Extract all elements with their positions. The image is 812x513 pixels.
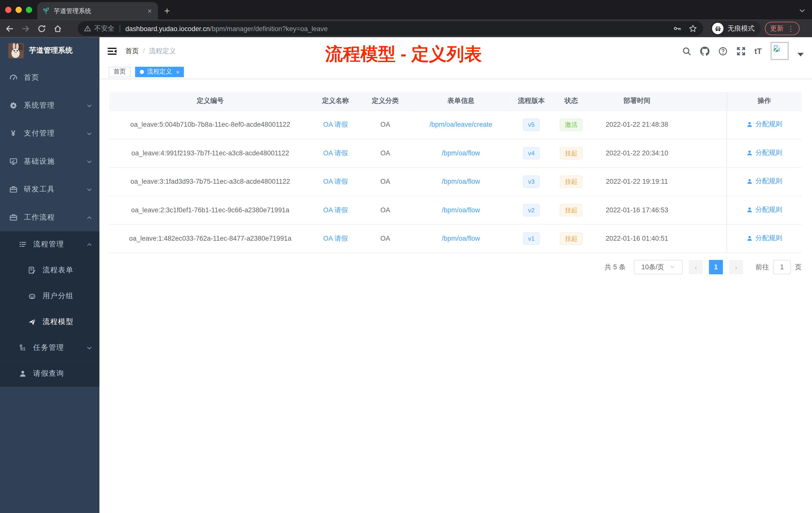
browser-tab[interactable]: 芋道管理系统 ×: [37, 2, 158, 20]
deploy-time: 2022-01-16 17:46:53: [591, 196, 683, 224]
password-key-icon[interactable]: [673, 24, 682, 33]
sidebar-item-5[interactable]: 工作流程: [0, 204, 99, 232]
sidebar-item-8[interactable]: 用户分组: [0, 283, 99, 309]
new-tab-button[interactable]: +: [164, 5, 170, 20]
sidebar-item-10[interactable]: 任务管理: [0, 335, 99, 361]
person-icon: [746, 121, 753, 128]
sidebar-item-label: 流程管理: [33, 240, 84, 249]
goto-label: 前往: [755, 262, 769, 272]
tag-1[interactable]: 流程定义×: [135, 66, 184, 77]
help-icon[interactable]: [718, 47, 727, 56]
definition-name-link[interactable]: OA 请假: [323, 120, 348, 128]
table-row-0: oa_leave:5:004b710b-7b8a-11ec-8ef0-acde4…: [109, 110, 802, 139]
back-button[interactable]: [5, 24, 14, 33]
assign-rule-link[interactable]: 分配规则: [746, 177, 782, 186]
person-icon: [746, 178, 753, 185]
tab-close-icon[interactable]: ×: [145, 7, 154, 15]
sidebar-item-11[interactable]: 请假查询: [0, 361, 99, 387]
page-size-select[interactable]: 10条/页: [634, 260, 683, 274]
table-row-3: oa_leave:2:3c1f0ef1-76b1-11ec-9c66-a2380…: [109, 196, 802, 224]
table-row-4: oa_leave:1:482ec033-762a-11ec-8477-a2380…: [109, 224, 802, 252]
sidebar-item-2[interactable]: ¥支付管理: [0, 119, 99, 147]
form-info-link[interactable]: /bpm/oa/flow: [442, 177, 480, 185]
table-row-2: oa_leave:3:1fad3d93-7b75-11ec-a3c8-acde4…: [109, 167, 802, 195]
filler-cell: [683, 196, 726, 224]
form-info-link[interactable]: /bpm/oa/flow: [442, 206, 480, 214]
next-page-button[interactable]: ›: [729, 260, 743, 274]
deploy-time: 2022-01-22 19:19:11: [591, 167, 683, 195]
deploy-time: 2022-01-22 20:34:10: [591, 139, 683, 167]
pagination-total: 共 5 条: [605, 262, 626, 272]
sidebar-item-label: 用户分组: [42, 292, 92, 301]
fontsize-icon[interactable]: tT: [754, 47, 762, 56]
home-button[interactable]: [53, 24, 62, 33]
sidebar-toggle-hamburger-icon[interactable]: [108, 47, 117, 55]
person-icon: [746, 235, 753, 242]
tab-search-chevron-icon[interactable]: [799, 7, 806, 20]
form-info-link[interactable]: /bpm/oa/leave/create: [429, 121, 492, 128]
update-label[interactable]: 更新: [770, 24, 784, 33]
status-badge: 激活: [560, 118, 583, 131]
version-badge: v3: [523, 175, 540, 188]
browser-toolbar: 不安全 dashboard.yudao.iocoder.cn/bpm/manag…: [0, 20, 812, 37]
sidebar-item-3[interactable]: 基础设施: [0, 148, 99, 175]
forward-button[interactable]: [21, 24, 30, 33]
browser-menu-kebab-icon[interactable]: ⋮: [787, 24, 794, 33]
definition-name-link[interactable]: OA 请假: [323, 177, 348, 185]
fullscreen-icon[interactable]: [736, 47, 746, 56]
assign-rule-link[interactable]: 分配规则: [746, 205, 782, 214]
tag-0[interactable]: 首页: [109, 66, 130, 77]
form-info-link[interactable]: /bpm/oa/flow: [442, 149, 480, 157]
sidebar-item-4[interactable]: 研发工具: [0, 175, 99, 203]
tag-close-icon[interactable]: ×: [176, 68, 179, 75]
zoom-window-button[interactable]: [26, 7, 32, 13]
definition-category: OA: [360, 167, 410, 195]
sidebar-item-label: 支付管理: [24, 129, 84, 138]
filler-cell: [683, 224, 726, 252]
definition-table: 定义编号定义名称定义分类表单信息流程版本状态部署时间操作 oa_leave:5:…: [109, 92, 802, 253]
tag-label: 首页: [114, 67, 126, 76]
goto-page-input[interactable]: [773, 260, 791, 274]
sidebar-item-6[interactable]: 流程管理: [0, 232, 99, 257]
page-title-annotation: 流程模型 - 定义列表: [325, 42, 482, 66]
tags-view-bar: 首页流程定义×: [99, 65, 812, 79]
version-badge: v5: [523, 118, 540, 131]
definition-name-link[interactable]: OA 请假: [323, 234, 348, 242]
column-header-2: 定义分类: [360, 92, 410, 110]
select-caret-icon: [669, 264, 675, 270]
reload-button[interactable]: [37, 24, 46, 33]
definition-category: OA: [360, 224, 410, 252]
definition-name-link[interactable]: OA 请假: [323, 149, 348, 157]
sidebar-item-9[interactable]: 流程模型: [0, 309, 99, 335]
search-icon[interactable]: [682, 47, 691, 56]
update-button[interactable]: 更新 ⋮: [765, 22, 800, 35]
assign-rule-link[interactable]: 分配规则: [746, 234, 782, 243]
screen: 芋道管理系统 × + 不安全: [0, 0, 812, 513]
filler-cell: [683, 110, 726, 139]
user-menu-caret-icon[interactable]: [798, 53, 804, 56]
list-icon: [19, 240, 27, 248]
form-info-link[interactable]: /bpm/oa/flow: [442, 234, 480, 242]
address-bar[interactable]: 不安全 dashboard.yudao.iocoder.cn/bpm/manag…: [78, 21, 703, 36]
bookmark-star-icon[interactable]: [689, 24, 697, 33]
security-label[interactable]: 不安全: [94, 24, 114, 33]
sidebar-item-1[interactable]: 系统管理: [0, 92, 99, 119]
toolbox-icon: [9, 185, 18, 193]
assign-rule-link[interactable]: 分配规则: [746, 148, 782, 157]
user-avatar-broken-image[interactable]: [771, 42, 789, 60]
column-header-6: 部署时间: [591, 92, 683, 110]
status-badge: 挂起: [560, 175, 583, 188]
page-1-button[interactable]: 1: [709, 260, 723, 274]
assign-rule-link[interactable]: 分配规则: [746, 120, 782, 129]
minimize-window-button[interactable]: [16, 7, 22, 13]
close-window-button[interactable]: [5, 7, 11, 13]
github-icon[interactable]: [700, 47, 709, 56]
sidebar-item-7[interactable]: 流程表单: [0, 257, 99, 283]
version-badge: v2: [523, 204, 540, 216]
page-unit-label: 页: [795, 262, 802, 272]
definition-id: oa_leave:5:004b710b-7b8a-11ec-8ef0-acde4…: [109, 110, 311, 139]
sidebar-item-0[interactable]: 首页: [0, 64, 99, 92]
definition-name-link[interactable]: OA 请假: [323, 206, 348, 214]
breadcrumb-home[interactable]: 首页: [125, 47, 139, 56]
prev-page-button[interactable]: ‹: [689, 260, 703, 274]
